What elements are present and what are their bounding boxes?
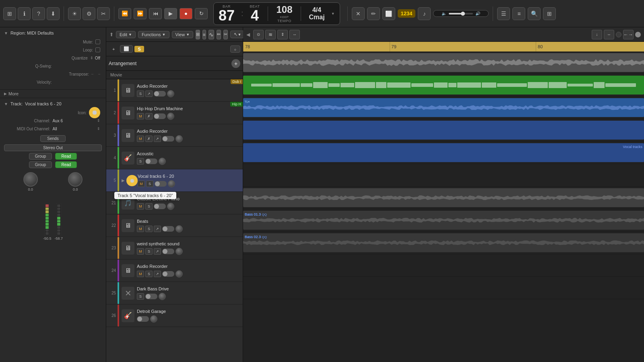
playhead-icon[interactable]: ◀ xyxy=(246,32,250,37)
add-track-btn[interactable]: + xyxy=(109,45,118,53)
track-toggle-23[interactable] xyxy=(162,249,174,254)
track-toggle-4[interactable] xyxy=(145,158,157,164)
track-row-4[interactable]: 4 🎸 Acoustic S xyxy=(106,147,243,169)
cpu-btn[interactable]: ✕ xyxy=(352,7,365,20)
zoom-out-btn[interactable]: ↓ xyxy=(592,30,602,39)
transport-expand-icon[interactable]: ▼ xyxy=(331,12,335,16)
color-btn[interactable] xyxy=(635,32,641,37)
timeline-row-4[interactable]: Vocal tracks xyxy=(243,142,644,164)
group-btn-right[interactable]: Group xyxy=(29,161,52,168)
waveform-btn[interactable]: ≋ xyxy=(265,30,276,39)
track-toggle-2[interactable] xyxy=(154,113,166,119)
track-toggle-26[interactable] xyxy=(137,316,149,322)
track-row-23[interactable]: 23 🖥 weird synthetic sound MS↗ xyxy=(106,237,243,259)
track-row-24[interactable]: 24 🖥 Audio Recorder MS↗ xyxy=(106,259,243,282)
track-icon-display[interactable]: ⏺ xyxy=(89,107,100,118)
region-header[interactable]: ▼ Region: MIDI Defaults xyxy=(4,31,102,35)
pin-btn[interactable]: ←→ xyxy=(623,30,634,39)
track-headphone-btn-24[interactable]: ↗ xyxy=(154,271,161,277)
list-btn[interactable]: ☰ xyxy=(497,7,510,20)
track-ctrl-M-24[interactable]: M xyxy=(137,271,144,277)
track-expand-icon-5[interactable]: ▶ xyxy=(122,178,125,183)
track-row-26[interactable]: 26 🎸 Detroit Garage xyxy=(106,304,243,327)
track-toggle-22[interactable] xyxy=(162,226,174,232)
track-ctrl-M-22[interactable]: M xyxy=(137,226,144,232)
track-vol-knob-4[interactable] xyxy=(159,158,166,165)
zoom-fit-btn[interactable]: ⊙ xyxy=(253,30,264,39)
track-vol-knob-1[interactable] xyxy=(167,90,174,97)
track-headphone-btn-1[interactable]: ↗ xyxy=(145,90,153,97)
download-btn[interactable]: ⬇ xyxy=(47,7,60,20)
notes-btn[interactable]: ≡ xyxy=(512,7,525,20)
fast-forward-btn[interactable]: ⏩ xyxy=(134,8,147,19)
track-ctrl-S-21[interactable]: S xyxy=(145,203,153,210)
mute-checkbox[interactable] xyxy=(95,39,100,44)
back-nav-icon[interactable]: ⬆ xyxy=(109,32,114,37)
bounce-btn[interactable]: ⬦ xyxy=(230,45,240,53)
track-header[interactable]: ▼ Track: Vocal tracks 6 - 20 xyxy=(4,101,102,106)
track-vol-knob-21[interactable] xyxy=(167,203,174,210)
timeline-row-2[interactable]: ½× xyxy=(243,97,644,119)
track-ctrl-S-22[interactable]: S xyxy=(145,226,153,232)
track-ctrl-S-25[interactable]: S xyxy=(137,293,144,300)
fit-tracks-btn[interactable]: ↔ xyxy=(289,30,300,39)
brightness-btn[interactable]: ☀ xyxy=(68,7,81,20)
remote-btn[interactable]: ⊞ xyxy=(543,7,556,20)
track-row-2[interactable]: Hip H 2 🖥 Hip Hop Drum Machine M✗ xyxy=(106,102,243,124)
timeline-row-9[interactable] xyxy=(243,254,644,277)
read-btn-right[interactable]: Read xyxy=(55,161,77,168)
stereo-out-btn[interactable]: Stereo Out xyxy=(4,144,102,151)
record-btn[interactable]: ● xyxy=(180,8,192,19)
curve-tool-btn[interactable]: ∿ xyxy=(208,30,214,39)
track-toggle-24[interactable] xyxy=(162,271,174,277)
track-vol-knob-5[interactable] xyxy=(168,180,175,187)
midi-out-arrows-icon[interactable]: ⇕ xyxy=(97,127,100,131)
track-toggle-1[interactable] xyxy=(154,91,166,97)
track-ctrl-S-23[interactable]: S xyxy=(145,248,153,255)
track-vol-knob-2[interactable] xyxy=(167,113,174,120)
media-browser-btn[interactable]: ⊞ xyxy=(3,7,16,20)
timeline-row-5[interactable] xyxy=(243,164,644,187)
loop-region-btn[interactable]: ⬜ xyxy=(120,45,133,53)
track-toggle-5[interactable] xyxy=(155,181,167,187)
pointer-btn[interactable]: ↖ ▼ xyxy=(230,31,245,38)
play-btn[interactable]: ▶ xyxy=(164,8,177,19)
rewind-btn[interactable]: ⏪ xyxy=(118,8,131,19)
track-ctrl-✗-3[interactable]: ✗ xyxy=(145,136,153,142)
track-ctrl-M-5[interactable]: M xyxy=(138,181,145,187)
goto-start-btn[interactable]: ⏮ xyxy=(149,8,162,19)
track-ctrl-M-23[interactable]: M xyxy=(137,248,144,255)
s-btn[interactable]: S xyxy=(134,46,144,52)
info-btn[interactable]: ℹ xyxy=(18,7,31,20)
read-btn-left[interactable]: Read xyxy=(55,153,77,160)
list-view-btn[interactable]: ≡ xyxy=(202,30,206,39)
edit-btn[interactable]: Edit ▼ xyxy=(116,31,136,38)
track-vol-knob-22[interactable] xyxy=(175,225,183,232)
snapshot-btn[interactable]: ⬜ xyxy=(382,7,395,20)
mixer-btn[interactable]: ⚙ xyxy=(83,7,95,20)
track-vol-knob-24[interactable] xyxy=(175,270,183,278)
search-btn[interactable]: 🔍 xyxy=(528,7,541,20)
track-ctrl-S-1[interactable]: S xyxy=(137,90,144,97)
pan-knob-left[interactable] xyxy=(23,172,38,187)
group-btn-left[interactable]: Group xyxy=(29,153,52,160)
sends-btn[interactable]: Sends xyxy=(40,135,65,142)
track-ctrl-✗-2[interactable]: ✗ xyxy=(145,113,153,119)
pencil-tool-btn[interactable]: ✏ xyxy=(217,30,221,39)
track-ctrl-S-4[interactable]: S xyxy=(137,158,144,165)
arrangement-add-btn[interactable]: + xyxy=(231,59,240,68)
split-tool-btn[interactable]: ✂ xyxy=(223,30,228,39)
functions-btn[interactable]: Functions ▼ xyxy=(138,31,169,38)
track-row-1[interactable]: Dub I 1 🖥 Audio Recorder S↗ xyxy=(106,79,243,102)
track-ctrl-M-21[interactable]: M xyxy=(137,203,144,210)
track-toggle-25[interactable] xyxy=(145,294,157,299)
track-vol-knob-3[interactable] xyxy=(175,135,183,142)
timeline-row-10[interactable] xyxy=(243,277,644,299)
track-ctrl-S-24[interactable]: S xyxy=(145,271,153,277)
track-vol-knob-25[interactable] xyxy=(159,293,166,300)
pan-knob-right[interactable] xyxy=(68,172,83,187)
track-toggle-3[interactable] xyxy=(162,136,174,142)
channel-arrows-icon[interactable]: ⇕ xyxy=(97,119,100,123)
track-vol-knob-23[interactable] xyxy=(175,248,183,255)
normalize-btn[interactable]: ⇕ xyxy=(277,30,288,39)
